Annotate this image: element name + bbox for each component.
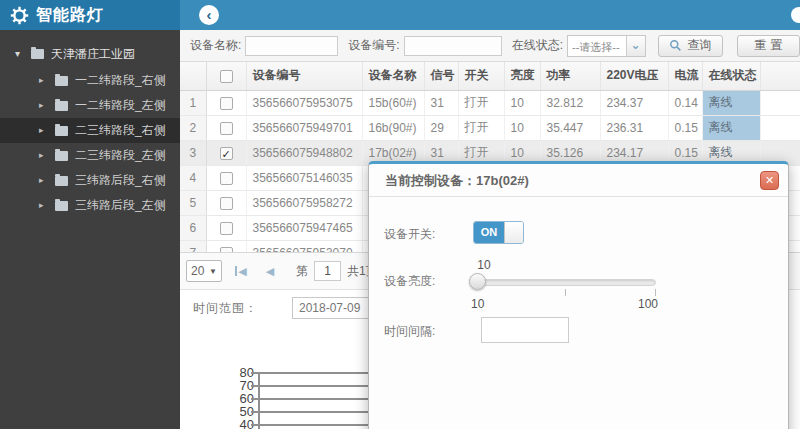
row-checkbox[interactable] — [220, 222, 233, 235]
row-number: 1 — [180, 90, 206, 115]
row-number: 2 — [180, 115, 206, 140]
query-button-label: 查询 — [687, 37, 711, 54]
folder-icon — [55, 101, 68, 111]
dialog-title: 当前控制设备：17b(02#) — [369, 164, 788, 197]
cell-power: 32.812 — [540, 90, 600, 115]
device-switch-toggle[interactable]: ON — [473, 221, 524, 244]
sidebar-item-road-2-3-right[interactable]: ▸ 二三纬路段_右侧 — [0, 118, 180, 143]
row-checkbox[interactable] — [220, 122, 233, 135]
tree-item-label: 三纬路后段_右侧 — [75, 172, 166, 189]
row-checkbox[interactable] — [220, 172, 233, 185]
folder-icon — [55, 201, 68, 211]
y-axis-tick — [251, 372, 258, 374]
device-name-input[interactable] — [245, 36, 338, 56]
cell-device-name: 16b(90#) — [362, 115, 424, 140]
row-checkbox-cell — [206, 115, 246, 140]
page-size-select[interactable]: 20 ▼ — [186, 260, 222, 282]
col-header-device-name: 设备名称 — [362, 62, 424, 90]
caret-right-icon[interactable]: ▸ — [39, 126, 48, 135]
caret-right-icon[interactable]: ▸ — [39, 101, 48, 110]
cell-brightness: 10 — [504, 90, 540, 115]
cell-device-id: 356566075949701 — [246, 115, 362, 140]
device-no-label: 设备编号: — [348, 37, 399, 54]
toggle-knob[interactable] — [504, 222, 523, 243]
cell-power: 35.447 — [540, 115, 600, 140]
col-header-online-status: 在线状态 — [702, 62, 760, 90]
chevron-down-icon[interactable]: ⌄ — [626, 36, 645, 56]
tree-item-label: 二三纬路段_左侧 — [75, 147, 166, 164]
caret-right-icon[interactable]: ▸ — [39, 201, 48, 210]
reset-button[interactable]: 重置 — [737, 35, 800, 57]
sidebar-item-road-2-3-left[interactable]: ▸ 二三纬路段_左侧 — [0, 143, 180, 168]
cell-signal: 29 — [424, 115, 458, 140]
row-checkbox[interactable] — [220, 197, 233, 210]
slider-scale-tick — [565, 289, 566, 296]
filter-toolbar: 设备名称: 设备编号: 在线状态: --请选择-- ⌄ 查询 重置 — [180, 30, 800, 62]
prev-page-button[interactable]: ◀ — [260, 261, 280, 281]
row-checkbox-checked[interactable]: ✓ — [220, 147, 233, 160]
cell-filler — [760, 90, 800, 115]
close-button[interactable]: ✕ — [760, 171, 779, 190]
y-axis-tick — [251, 398, 258, 400]
col-header-voltage: 220V电压 — [600, 62, 668, 90]
edge-circle-decoration — [791, 7, 800, 23]
col-header-brightness: 亮度 — [504, 62, 540, 90]
y-axis-tick-label: 40 — [180, 417, 254, 429]
cell-current: 0.15 — [668, 115, 702, 140]
row-number: 3 — [180, 140, 206, 165]
col-header-switch: 开关 — [458, 62, 504, 90]
brightness-slider-track[interactable] — [475, 279, 656, 286]
device-switch-label: 设备开关: — [384, 226, 435, 243]
tree-root-park[interactable]: ▾ 天津潘庄工业园 — [0, 40, 180, 68]
sidebar: 智能路灯 ▾ 天津潘庄工业园 ▸ 一二纬路段_右侧 ▸ 一二纬路段_左侧 ▸ 二… — [0, 0, 180, 429]
reset-button-label: 重置 — [755, 37, 787, 54]
page-number-input[interactable] — [314, 261, 341, 281]
page-prefix-label: 第 — [296, 263, 308, 280]
col-header-filler — [760, 62, 800, 90]
cell-device-id: 356566075958272 — [246, 190, 362, 215]
cell-device-name: 15b(60#) — [362, 90, 424, 115]
app-window: 智能路灯 ▾ 天津潘庄工业园 ▸ 一二纬路段_右侧 ▸ 一二纬路段_左侧 ▸ 二… — [0, 0, 800, 429]
time-interval-input[interactable] — [481, 317, 569, 343]
sidebar-item-road-3-rear-right[interactable]: ▸ 三纬路后段_右侧 — [0, 168, 180, 193]
sidebar-item-road-1-2-right[interactable]: ▸ 一二纬路段_右侧 — [0, 68, 180, 93]
caret-right-icon[interactable]: ▸ — [39, 176, 48, 185]
row-number: 4 — [180, 165, 206, 190]
caret-down-icon: ▼ — [209, 267, 217, 276]
device-brightness-label: 设备亮度: — [384, 273, 435, 290]
row-checkbox-cell — [206, 165, 246, 190]
close-icon: ✕ — [765, 174, 774, 186]
query-button[interactable]: 查询 — [658, 35, 723, 57]
row-checkbox-cell — [206, 215, 246, 240]
brightness-min-label: 10 — [471, 297, 484, 311]
table-row[interactable]: 2 356566075949701 16b(90#) 29 打开 10 35.4… — [180, 115, 800, 140]
page-size-value: 20 — [191, 264, 204, 278]
cell-voltage: 236.31 — [600, 115, 668, 140]
caret-right-icon[interactable]: ▸ — [39, 151, 48, 160]
caret-right-icon[interactable]: ▸ — [39, 76, 48, 85]
sidebar-item-road-1-2-left[interactable]: ▸ 一二纬路段_左侧 — [0, 93, 180, 118]
cell-device-id: 356566075948802 — [246, 140, 362, 165]
select-all-checkbox[interactable] — [220, 70, 233, 83]
online-status-select[interactable]: --请选择-- ⌄ — [567, 35, 646, 57]
device-no-input[interactable] — [404, 36, 502, 56]
slider-scale-tick — [655, 289, 656, 296]
col-header-current: 电流 — [668, 62, 702, 90]
gear-icon — [10, 6, 29, 25]
time-range-label: 时间范围： — [193, 300, 258, 317]
first-page-button[interactable]: ◀ — [231, 261, 251, 281]
col-header-device-id: 设备编号 — [246, 62, 362, 90]
back-button[interactable]: ‹ — [199, 5, 219, 25]
device-control-dialog: 当前控制设备：17b(02#) ✕ 设备开关: ON 10 设备亮度: 10 1… — [368, 161, 789, 429]
table-row[interactable]: 1 356566075953075 15b(60#) 31 打开 10 32.8… — [180, 90, 800, 115]
tree-item-label: 三纬路后段_左侧 — [75, 197, 166, 214]
sidebar-item-road-3-rear-left[interactable]: ▸ 三纬路后段_左侧 — [0, 193, 180, 218]
row-checkbox[interactable] — [220, 97, 233, 110]
online-status-label: 在线状态: — [512, 37, 563, 54]
cell-switch: 打开 — [458, 115, 504, 140]
folder-icon — [55, 76, 68, 86]
brightness-slider-handle[interactable] — [469, 273, 486, 290]
caret-down-icon[interactable]: ▾ — [15, 49, 24, 59]
status-badge: 离线 — [702, 90, 760, 115]
folder-icon — [55, 126, 68, 136]
